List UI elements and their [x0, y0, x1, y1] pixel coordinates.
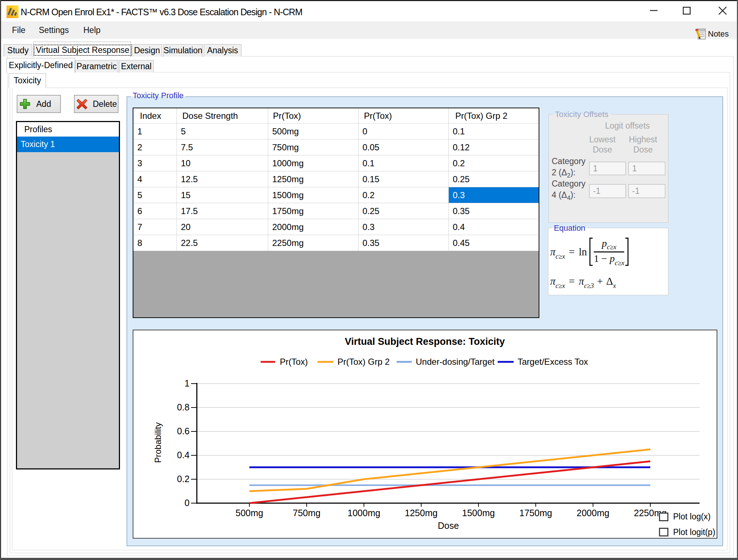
svg-text:0.8: 0.8: [177, 402, 190, 412]
svg-text:750mg: 750mg: [293, 508, 320, 518]
svg-text:Probability: Probability: [153, 422, 163, 463]
svg-text:1750mg: 1750mg: [519, 508, 552, 518]
svg-text:Pr(Tox): Pr(Tox): [280, 357, 308, 367]
svg-text:Dose: Dose: [438, 521, 459, 531]
svg-text:0.6: 0.6: [177, 426, 190, 436]
svg-text:1250mg: 1250mg: [405, 508, 438, 518]
svg-text:0.2: 0.2: [177, 474, 190, 484]
svg-text:Under-dosing/Target: Under-dosing/Target: [416, 357, 495, 367]
svg-text:2000mg: 2000mg: [577, 508, 609, 518]
svg-text:Virtual Subject Response: Toxi: Virtual Subject Response: Toxicity: [345, 336, 505, 347]
svg-text:1: 1: [184, 378, 190, 388]
svg-text:1000mg: 1000mg: [348, 508, 380, 518]
svg-text:500mg: 500mg: [236, 508, 263, 518]
svg-text:0: 0: [184, 498, 190, 508]
svg-text:1500mg: 1500mg: [462, 508, 495, 518]
svg-text:Target/Excess Tox: Target/Excess Tox: [518, 357, 588, 367]
svg-text:Pr(Tox) Grp 2: Pr(Tox) Grp 2: [337, 357, 390, 367]
svg-text:0.4: 0.4: [177, 450, 190, 460]
